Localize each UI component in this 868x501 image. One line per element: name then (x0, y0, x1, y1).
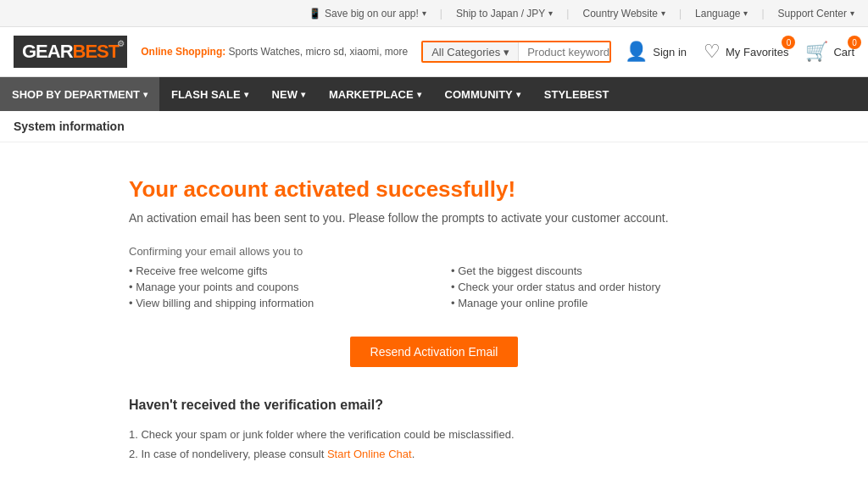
instruction-2: 2. In case of nondelivery, please consul… (129, 444, 739, 464)
benefits-left-col: Confirming your email allows you to Rece… (129, 245, 417, 313)
benefits-intro: Confirming your email allows you to (129, 245, 417, 258)
benefits-section: Confirming your email allows you to Rece… (129, 245, 739, 313)
flash-sale-chevron: ▾ (244, 90, 248, 99)
search-category-dropdown[interactable]: All Categories ▾ (423, 42, 519, 61)
language[interactable]: Language ▾ (695, 8, 748, 19)
main-content: Your account activated successfully! An … (112, 176, 756, 465)
cart-icon: 🛒 (805, 41, 828, 63)
new-chevron: ▾ (301, 90, 305, 99)
search-input[interactable] (519, 42, 611, 61)
start-online-chat-link[interactable]: Start Online Chat (327, 448, 412, 460)
country-website[interactable]: Country Website ▾ (582, 8, 665, 19)
header: GEARBEST⚙ Online Shopping: Sports Watche… (0, 27, 868, 77)
nav-community[interactable]: COMMUNITY ▾ (433, 77, 532, 111)
benefits-list-right: Get the biggest discounts Check your ord… (451, 264, 739, 309)
benefit-item: Get the biggest discounts (451, 264, 739, 277)
instruction-1: 1. Check your spam or junk folder where … (129, 425, 739, 444)
sign-in[interactable]: 👤 Sign in (625, 41, 687, 63)
support-chevron: ▾ (850, 8, 854, 18)
app-promo[interactable]: 📱 Save big on our app! ▾ (309, 8, 426, 19)
benefit-item: Receive free welcome gifts (129, 264, 417, 277)
nav-stylebest[interactable]: STYLEBEST (532, 77, 621, 111)
ship-to[interactable]: Ship to Japan / JPY ▾ (456, 8, 553, 19)
user-icon: 👤 (625, 41, 648, 63)
cart[interactable]: 🛒 0 Cart (805, 41, 854, 63)
my-favorites[interactable]: ♡ 0 My Favorites (704, 41, 788, 63)
cart-badge: 0 (848, 36, 861, 49)
not-received-title: Haven't received the verification email? (129, 398, 739, 413)
instructions: 1. Check your spam or junk folder where … (129, 425, 739, 465)
search-bar: All Categories ▾ 🔍 (421, 41, 611, 63)
ship-chevron: ▾ (548, 8, 553, 18)
shop-by-chevron: ▾ (143, 90, 147, 99)
resend-activation-button[interactable]: Resend Activation Email (350, 337, 519, 367)
nav-flash-sale[interactable]: FLASH SALE ▾ (159, 77, 260, 111)
benefits-right-col: Get the biggest discounts Check your ord… (451, 245, 739, 313)
benefit-item: View billing and shipping information (129, 297, 417, 309)
benefit-item: Manage your online profile (451, 297, 739, 309)
top-bar: 📱 Save big on our app! ▾ | Ship to Japan… (0, 0, 868, 27)
app-chevron: ▾ (422, 8, 426, 18)
mobile-icon: 📱 (309, 8, 321, 19)
benefits-list-left: Receive free welcome gifts Manage your p… (129, 264, 417, 309)
country-chevron: ▾ (661, 8, 665, 18)
nav-shop-by-department[interactable]: SHOP BY DEPARTMENT ▾ (0, 77, 159, 111)
community-chevron: ▾ (516, 90, 520, 99)
category-chevron: ▾ (504, 46, 509, 58)
benefit-item: Check your order status and order histor… (451, 281, 739, 293)
main-nav: SHOP BY DEPARTMENT ▾ FLASH SALE ▾ NEW ▾ … (0, 77, 868, 111)
logo[interactable]: GEARBEST⚙ (14, 36, 127, 68)
support-center[interactable]: Support Center ▾ (778, 8, 854, 19)
nav-new[interactable]: NEW ▾ (260, 77, 317, 111)
promo-prefix: Online Shopping: (141, 46, 225, 58)
nav-marketplace[interactable]: MARKETPLACE ▾ (317, 77, 433, 111)
header-promo: Online Shopping: Sports Watches, micro s… (141, 46, 408, 58)
heart-icon: ♡ (704, 41, 721, 63)
success-title: Your account activated successfully! (129, 176, 739, 203)
favorites-badge: 0 (782, 36, 795, 49)
language-chevron: ▾ (743, 8, 748, 18)
activation-message: An activation email has been sent to you… (129, 211, 739, 225)
breadcrumb: System information (0, 111, 868, 142)
marketplace-chevron: ▾ (417, 90, 421, 99)
benefit-item: Manage your points and coupons (129, 281, 417, 293)
header-actions: 👤 Sign in ♡ 0 My Favorites 🛒 0 Cart (625, 41, 854, 63)
promo-items: Sports Watches, micro sd, xiaomi, more (229, 46, 409, 58)
